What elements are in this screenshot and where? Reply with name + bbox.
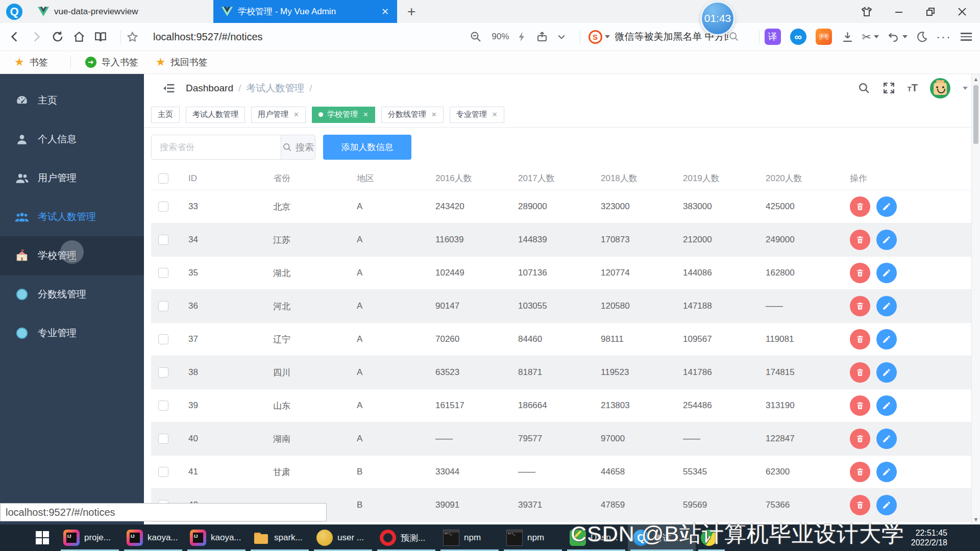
search-button[interactable]: 搜索 bbox=[281, 135, 315, 159]
zoom-out-icon[interactable] bbox=[470, 31, 482, 43]
sidebar-item-schools[interactable]: 学校管理 ☝ bbox=[0, 236, 144, 275]
tag-close-icon[interactable]: ✕ bbox=[431, 111, 437, 118]
engine-caret-icon[interactable] bbox=[605, 35, 610, 38]
header-search-icon[interactable] bbox=[857, 82, 870, 94]
scroll-up-icon[interactable]: ▲ bbox=[972, 76, 980, 82]
tag-schools-active[interactable]: 学校管理✕ bbox=[312, 107, 375, 123]
translate-icon[interactable]: 译 bbox=[765, 29, 781, 45]
sidebar-item-profile[interactable]: 个人信息 bbox=[0, 120, 144, 159]
breadcrumb-root[interactable]: Dashboard bbox=[186, 83, 233, 94]
row-checkbox[interactable] bbox=[158, 334, 168, 344]
tag-close-icon[interactable]: ✕ bbox=[363, 111, 369, 118]
edit-button[interactable] bbox=[876, 462, 897, 482]
delete-button[interactable] bbox=[850, 395, 870, 416]
url-field[interactable]: localhost:9527/#/notices bbox=[153, 31, 470, 43]
browser-logo-icon[interactable]: Q bbox=[6, 4, 22, 20]
font-size-icon[interactable]: TT bbox=[908, 82, 918, 94]
minimize-button[interactable] bbox=[893, 6, 904, 17]
collapse-sidebar-icon[interactable] bbox=[162, 82, 176, 95]
taskbar-item-intellij-3[interactable]: IJ kaoya... bbox=[185, 524, 248, 551]
tag-close-icon[interactable]: ✕ bbox=[293, 111, 299, 118]
row-checkbox[interactable] bbox=[158, 268, 168, 278]
page-scrollbar[interactable]: ▲ ▼ bbox=[971, 74, 980, 524]
taskbar-item-navicat[interactable]: user ... bbox=[311, 524, 375, 551]
edit-button[interactable] bbox=[876, 296, 897, 316]
taskbar-clock[interactable]: 22:51:45 2022/2/18 bbox=[911, 528, 947, 547]
add-record-button[interactable]: 添加人数信息 bbox=[323, 135, 411, 160]
edit-button[interactable] bbox=[876, 329, 897, 349]
tab-close-icon[interactable]: ✕ bbox=[372, 6, 389, 17]
row-checkbox[interactable] bbox=[158, 202, 168, 212]
browser-tab-1[interactable]: vue-data-previewview bbox=[30, 0, 213, 23]
taskbar-item-npm-1[interactable]: npm bbox=[438, 524, 501, 551]
flash-icon[interactable] bbox=[517, 31, 528, 43]
main-menu-icon[interactable] bbox=[961, 31, 972, 43]
tag-majors[interactable]: 专业管理✕ bbox=[450, 107, 504, 123]
zoom-level[interactable]: 90% bbox=[492, 32, 509, 42]
back-button[interactable] bbox=[8, 30, 21, 43]
night-mode-icon[interactable] bbox=[916, 31, 928, 43]
reading-list-icon[interactable] bbox=[94, 30, 107, 43]
tag-home[interactable]: 主页 bbox=[151, 107, 180, 123]
select-all-checkbox[interactable] bbox=[158, 173, 168, 184]
taskbar-item-npm-2[interactable]: npm bbox=[501, 524, 565, 551]
edit-button[interactable] bbox=[876, 395, 897, 416]
download-icon[interactable] bbox=[841, 31, 854, 43]
delete-button[interactable] bbox=[850, 429, 870, 449]
avatar[interactable] bbox=[930, 78, 950, 98]
taskbar-item-folder[interactable]: spark... bbox=[248, 524, 311, 551]
bookmark-star-icon[interactable] bbox=[126, 31, 139, 43]
games-icon[interactable] bbox=[816, 29, 832, 45]
edit-button[interactable] bbox=[876, 263, 897, 283]
home-button[interactable] bbox=[72, 30, 86, 43]
new-tab-button[interactable]: + bbox=[407, 4, 415, 20]
chevron-down-icon[interactable] bbox=[556, 32, 567, 42]
forward-button[interactable] bbox=[30, 30, 43, 43]
delete-button[interactable] bbox=[850, 329, 870, 349]
avatar-caret-icon[interactable] bbox=[963, 87, 968, 90]
collect-icon[interactable]: ∞ bbox=[790, 29, 806, 45]
edit-button[interactable] bbox=[876, 495, 897, 515]
sidebar-item-majors[interactable]: 专业管理 bbox=[0, 314, 144, 353]
sidebar-item-score-lines[interactable]: 分数线管理 bbox=[0, 275, 144, 314]
sidebar-item-exam-numbers[interactable]: 考试人数管理 bbox=[0, 197, 144, 236]
scroll-down-icon[interactable]: ▼ bbox=[972, 516, 980, 522]
row-checkbox[interactable] bbox=[158, 434, 168, 444]
row-checkbox[interactable] bbox=[158, 400, 168, 411]
edit-button[interactable] bbox=[876, 196, 897, 217]
reload-button[interactable] bbox=[51, 30, 64, 43]
delete-button[interactable] bbox=[850, 230, 870, 250]
delete-button[interactable] bbox=[850, 362, 870, 383]
sogou-icon[interactable]: S bbox=[589, 30, 602, 44]
fullscreen-icon[interactable] bbox=[883, 82, 895, 94]
province-search-input[interactable] bbox=[152, 135, 281, 159]
taskbar-item-intellij-2[interactable]: IJ kaoya... bbox=[121, 524, 185, 551]
edit-button[interactable] bbox=[876, 230, 897, 250]
scrollbar-thumb[interactable] bbox=[973, 85, 978, 144]
row-checkbox[interactable] bbox=[158, 301, 168, 311]
search-icon[interactable] bbox=[728, 31, 740, 42]
bookmark-folder[interactable]: ★ 书签 bbox=[14, 56, 48, 69]
taskbar-item-opera[interactable]: 预测... bbox=[375, 524, 438, 551]
tag-score-lines[interactable]: 分数线管理✕ bbox=[381, 107, 444, 123]
start-button[interactable] bbox=[27, 524, 58, 551]
taskbar-item-intellij-1[interactable]: IJ proje... bbox=[58, 524, 121, 551]
close-button[interactable] bbox=[957, 6, 968, 17]
row-checkbox[interactable] bbox=[158, 367, 168, 378]
skin-icon[interactable] bbox=[861, 6, 873, 18]
edit-button[interactable] bbox=[876, 362, 897, 383]
tag-close-icon[interactable]: ✕ bbox=[492, 111, 498, 118]
undo-icon[interactable] bbox=[887, 31, 908, 43]
recover-bookmarks[interactable]: ★ 找回书签 bbox=[156, 56, 208, 69]
delete-button[interactable] bbox=[850, 462, 870, 482]
row-checkbox[interactable] bbox=[158, 467, 168, 477]
delete-button[interactable] bbox=[850, 296, 870, 316]
delete-button[interactable] bbox=[850, 263, 870, 283]
share-icon[interactable] bbox=[536, 31, 548, 43]
edit-button[interactable] bbox=[876, 429, 897, 449]
import-bookmarks[interactable]: 导入书签 bbox=[85, 56, 138, 68]
screenshot-scissors-icon[interactable]: ✂ bbox=[862, 31, 879, 43]
sidebar-item-home[interactable]: 主页 bbox=[0, 81, 144, 120]
tag-users[interactable]: 用户管理✕ bbox=[251, 107, 306, 123]
sidebar-item-users[interactable]: 用户管理 bbox=[0, 159, 144, 197]
